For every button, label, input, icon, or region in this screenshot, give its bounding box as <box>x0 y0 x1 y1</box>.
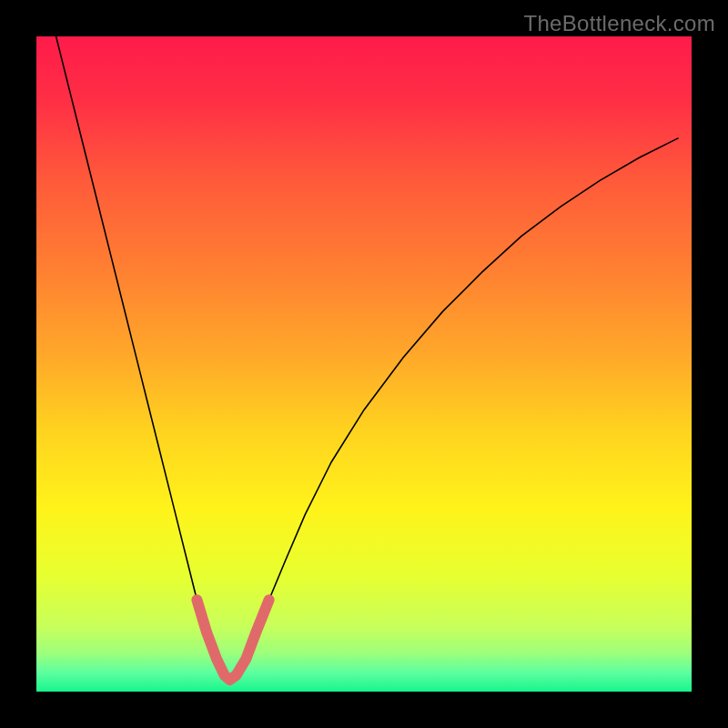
watermark-text: TheBottleneck.com <box>523 11 715 36</box>
plot-area <box>36 36 692 692</box>
optimal-range-marker <box>197 600 268 680</box>
chart-frame: TheBottleneck.com <box>0 0 728 728</box>
bottleneck-curve <box>56 36 679 680</box>
curve-overlay <box>36 36 692 692</box>
